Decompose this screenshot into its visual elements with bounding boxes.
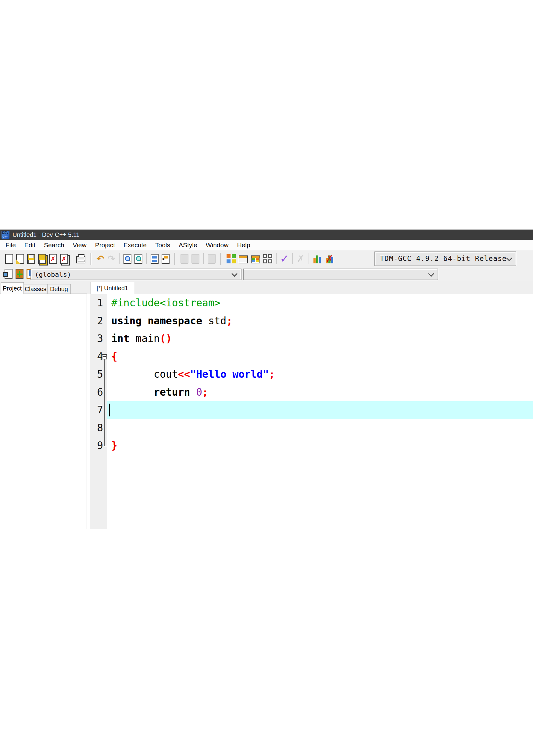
menu-item-edit[interactable]: Edit	[20, 240, 40, 250]
toolbar-separator	[146, 253, 147, 264]
menu-item-help[interactable]: Help	[233, 240, 254, 250]
dev-cpp-window: Untitled1 - Dev-C++ 5.11 FileEditSearchV…	[0, 230, 533, 529]
code-segment: {	[111, 351, 117, 363]
run-icon[interactable]	[239, 256, 248, 263]
editor-tab-untitled1[interactable]: [*] Untitled1	[91, 282, 134, 294]
code-line[interactable]: {	[111, 348, 117, 366]
add-to-project-icon[interactable]	[181, 254, 188, 264]
code-line[interactable]: using namespace std;	[111, 312, 232, 330]
code-segment: ;	[227, 315, 233, 327]
project-properties-icon[interactable]	[208, 254, 215, 264]
code-line[interactable]: }	[111, 437, 117, 455]
globals-dropdown-value: (globals)	[31, 269, 241, 278]
menu-item-search[interactable]: Search	[40, 240, 69, 250]
compiler-dropdown[interactable]: TDM-GCC 4.9.2 64-bit Release	[375, 252, 516, 266]
code-segment	[190, 386, 196, 398]
toolbar-gripper	[90, 253, 92, 265]
new-file-icon[interactable]	[5, 254, 13, 264]
toolbar-gripper	[220, 253, 222, 265]
code-segment: <<	[178, 368, 190, 380]
toolbar-separator	[276, 253, 277, 264]
toolbar-separator	[293, 253, 293, 264]
line-number[interactable]: 3	[90, 330, 103, 348]
toggle-bookmarks-icon[interactable]: +	[15, 269, 23, 279]
syntax-check-icon[interactable]: ✓	[281, 254, 289, 264]
close-all-icon[interactable]: ✗	[60, 254, 68, 264]
close-icon[interactable]: ✗	[49, 254, 57, 264]
replace-icon[interactable]	[134, 254, 142, 264]
line-number[interactable]: 9	[90, 437, 103, 455]
redo-icon[interactable]: ↷	[107, 254, 115, 264]
tab-row: ProjectClassesDebug [*] Untitled1	[0, 281, 533, 294]
main-content: 1#include<iostream>2using namespace std;…	[0, 294, 533, 529]
line-number[interactable]: 2	[90, 312, 103, 330]
toolbar-separator	[203, 253, 204, 264]
goto-line-icon[interactable]	[162, 254, 170, 264]
line-number[interactable]: 5	[90, 365, 103, 384]
open-file-icon[interactable]	[16, 254, 24, 264]
globals-dropdown[interactable]: (globals)	[31, 269, 241, 280]
code-line[interactable]: #include<iostream>	[111, 294, 220, 312]
code-line[interactable]: cout<<"Hello world";	[111, 365, 275, 384]
menu-item-astyle[interactable]: AStyle	[174, 240, 202, 250]
menu-item-file[interactable]: File	[1, 240, 20, 250]
insert-icon[interactable]	[5, 269, 13, 279]
function-dropdown-value	[244, 269, 437, 271]
text-caret	[109, 404, 110, 417]
compiler-dropdown-value: TDM-GCC 4.9.2 64-bit Release	[375, 252, 516, 262]
line-number[interactable]: 6	[90, 384, 103, 401]
remove-from-project-icon[interactable]	[191, 254, 199, 264]
profile-icon[interactable]	[313, 254, 322, 263]
screenshot-canvas: Untitled1 - Dev-C++ 5.11 FileEditSearchV…	[0, 0, 533, 756]
compile-icon[interactable]	[227, 254, 236, 263]
code-fold-line-end	[104, 446, 108, 446]
delete-profiling-icon[interactable]: ✗	[325, 254, 334, 263]
title-bar[interactable]: Untitled1 - Dev-C++ 5.11	[0, 230, 533, 240]
code-line[interactable]: int main()	[111, 330, 172, 348]
code-segment: }	[111, 440, 117, 451]
current-line-highlight	[107, 401, 533, 419]
print-icon[interactable]	[76, 256, 85, 263]
code-segment: ;	[269, 368, 275, 380]
line-number[interactable]: 4	[90, 348, 103, 366]
dev-cpp-app-icon[interactable]	[2, 231, 10, 239]
code-fold-collapse-icon[interactable]	[102, 354, 107, 360]
line-number[interactable]: 8	[90, 419, 103, 437]
code-segment: int	[111, 333, 129, 344]
save-all-icon[interactable]	[38, 254, 46, 264]
panel-tab-project[interactable]: Project	[1, 282, 24, 294]
code-editor[interactable]: 1#include<iostream>2using namespace std;…	[90, 294, 533, 529]
chevron-down-icon	[428, 271, 434, 277]
line-number[interactable]: 7	[90, 401, 103, 419]
menu-item-execute[interactable]: Execute	[119, 240, 151, 250]
menu-bar: FileEditSearchViewProjectExecuteToolsASt…	[0, 240, 533, 250]
code-segment: ;	[202, 386, 208, 398]
toolbar-secondary: + (globals)	[0, 267, 533, 281]
undo-icon[interactable]: ↶	[96, 254, 104, 264]
panel-tab-classes[interactable]: Classes	[24, 284, 47, 294]
rebuild-all-icon[interactable]	[263, 254, 272, 263]
code-line[interactable]: return 0;	[111, 384, 208, 401]
code-segment: using namespace	[111, 315, 202, 327]
code-fold-line	[104, 360, 105, 446]
menu-item-view[interactable]: View	[69, 240, 91, 250]
menu-item-window[interactable]: Window	[202, 240, 233, 250]
line-number[interactable]: 1	[90, 294, 103, 312]
panel-tab-debug[interactable]: Debug	[47, 284, 71, 294]
compile-and-run-icon[interactable]	[251, 256, 260, 263]
menu-item-project[interactable]: Project	[91, 240, 119, 250]
code-segment: 0	[196, 386, 202, 398]
save-icon[interactable]	[27, 254, 35, 264]
project-browser-panel[interactable]	[0, 294, 87, 529]
find-icon[interactable]	[124, 254, 131, 264]
toolbar-main: ✗✗↶↷✓✗✗ TDM-GCC 4.9.2 64-bit Release	[0, 250, 533, 267]
goto-function-icon[interactable]	[151, 254, 158, 264]
toolbar-separator	[309, 253, 309, 264]
editor-tab-label: [*] Untitled1	[97, 285, 128, 292]
toolbar-separator	[119, 253, 120, 264]
abort-icon[interactable]: ✗	[297, 254, 305, 264]
menu-item-tools[interactable]: Tools	[151, 240, 174, 250]
code-segment: cout	[111, 368, 178, 380]
function-dropdown[interactable]	[243, 269, 438, 280]
code-segment: #include<iostream>	[111, 297, 220, 309]
